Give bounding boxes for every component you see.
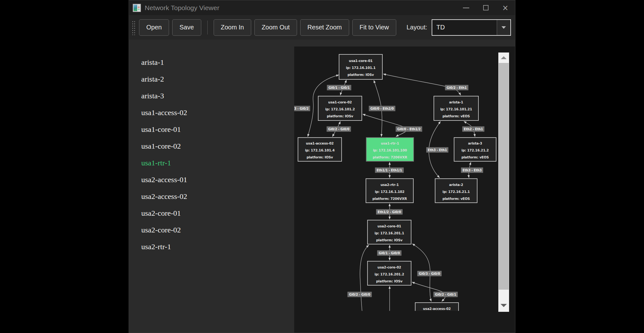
desktop-background: Network Topology Viewer × OpenSaveZoom I… (0, 0, 644, 333)
toolbar-buttons: OpenSaveZoom InZoom OutReset ZoomFit to … (139, 19, 396, 36)
triangle-up-icon (501, 56, 507, 59)
edge-label: Eth3 - Eth1 (426, 147, 448, 153)
node-platform: platform: IOSv (339, 71, 382, 78)
device-list-item-arista-2[interactable]: arista-2 (141, 71, 294, 88)
node-name: usa2-rtr-1 (366, 181, 413, 188)
edge-label: Gi0/2 - Eth1 (445, 85, 468, 90)
node-ip: ip: 172.16.201.1 (368, 230, 411, 237)
node-platform: platform: vEOS (435, 195, 477, 202)
scroll-down-button[interactable] (498, 299, 509, 312)
chevron-down-icon (501, 26, 506, 29)
close-button[interactable]: × (495, 0, 515, 15)
node-name: usa1-core-02 (319, 99, 361, 106)
device-sidebar: arista-1arista-2arista-3usa1-access-02us… (129, 40, 294, 333)
toolbar-grip-handle[interactable] (131, 20, 135, 35)
device-list: arista-1arista-2arista-3usa1-access-02us… (129, 40, 294, 255)
node-platform: platform: vEOS (454, 154, 496, 161)
edge-label: Gi0/3 - Gi0/2 (294, 106, 310, 111)
edge-label: Gi0/1 - Gi0/0 (377, 250, 402, 256)
triangle-down-icon (501, 304, 507, 307)
device-list-item-usa1-rtr-1[interactable]: usa1-rtr-1 (141, 155, 294, 171)
topology-node-usa2-rtr-1[interactable]: usa2-rtr-1ip: 172.16.1.102platform: 7206… (366, 178, 414, 203)
device-list-item-arista-1[interactable]: arista-1 (141, 54, 294, 71)
edge-label: Gi0/2 - Gi0/0 (327, 126, 351, 132)
device-list-item-usa1-access-02[interactable]: usa1-access-02 (141, 104, 294, 121)
node-ip: ip: 172.16.201.2 (368, 271, 411, 278)
device-list-item-usa2-access-02[interactable]: usa2-access-02 (141, 188, 294, 205)
node-platform: platform: IOSv (368, 237, 411, 244)
node-ip: ip: 172.16.101.21 (434, 106, 478, 113)
edge-label: Gi0/1 - Gi0/1 (327, 85, 351, 90)
topology-node-usa2-core-01[interactable]: usa2-core-01ip: 172.16.201.1platform: IO… (367, 220, 411, 244)
reset-zoom-button[interactable]: Reset Zoom (300, 19, 349, 36)
toolbar: OpenSaveZoom InZoom OutReset ZoomFit to … (129, 15, 515, 40)
close-icon: × (502, 4, 508, 12)
node-platform: platform: 7206VXR (367, 154, 413, 161)
device-list-item-usa2-core-02[interactable]: usa2-core-02 (141, 222, 294, 238)
node-name: arista-3 (454, 140, 496, 147)
topology-node-usa1-access-02[interactable]: usa1-access-02ip: 172.16.101.4platform: … (298, 137, 342, 162)
device-list-item-usa2-core-01[interactable]: usa2-core-01 (141, 205, 294, 222)
vertical-scrollbar[interactable] (498, 52, 509, 312)
topology-node-arista-1[interactable]: arista-1ip: 172.16.101.21platform: vEOS (434, 96, 479, 121)
device-list-item-usa2-access-01[interactable]: usa2-access-01 (141, 171, 294, 188)
topology-node-arista-3[interactable]: arista-3ip: 172.16.21.2platform: vEOS (454, 137, 496, 162)
node-platform: platform: IOSv (298, 154, 341, 161)
node-name: usa2-access-02 (416, 305, 458, 311)
topology-node-usa1-core-02[interactable]: usa1-core-02ip: 172.16.101.2platform: IO… (318, 96, 362, 121)
scrollbar-thumb[interactable] (499, 63, 509, 290)
layout-label: Layout: (406, 24, 427, 31)
minimize-button[interactable] (456, 0, 476, 15)
save-button[interactable]: Save (172, 19, 201, 36)
edge-label: Eth3 - Eth3 (461, 168, 483, 173)
node-platform: platform: IOSv (368, 278, 411, 285)
node-name: usa1-rtr-1 (367, 140, 413, 147)
device-list-item-usa2-rtr-1[interactable]: usa2-rtr-1 (141, 238, 294, 255)
device-list-item-usa1-core-01[interactable]: usa1-core-01 (141, 121, 294, 138)
node-ip: ip: 172.16.21.1 (435, 188, 477, 195)
node-name: usa1-access-02 (298, 140, 341, 147)
topology-node-usa2-core-02[interactable]: usa2-core-02ip: 172.16.201.2platform: IO… (367, 261, 411, 286)
scroll-up-button[interactable] (498, 52, 509, 63)
node-name: usa2-core-01 (368, 223, 411, 230)
node-platform: platform: 7206VXR (366, 195, 413, 202)
edge-label: Gi0/0 - Eth2/0 (369, 106, 395, 111)
edge-label: Eth1/1 - Eth1/1 (375, 168, 404, 173)
main-content: arista-1arista-2arista-3usa1-access-02us… (129, 40, 515, 333)
node-ip: ip: 172.16.101.2 (319, 106, 361, 113)
layout-dropdown-arrow-button[interactable] (497, 20, 510, 35)
title-bar[interactable]: Network Topology Viewer × (129, 0, 515, 15)
open-button[interactable]: Open (139, 19, 169, 36)
maximize-button[interactable] (476, 0, 495, 15)
edge-label: Gi0/3 - Gi0/0 (417, 271, 442, 276)
layout-dropdown-value: TD (436, 24, 445, 31)
zoom-in-button[interactable]: Zoom In (214, 19, 251, 36)
zoom-out-button[interactable]: Zoom Out (254, 19, 297, 36)
topology-viewport[interactable]: usa1-core-01ip: 172.16.101.1platform: IO… (294, 46, 515, 311)
edge-link (383, 74, 461, 95)
app-icon-map-thumbnail (134, 5, 137, 11)
node-name: arista-1 (434, 99, 478, 106)
node-platform: platform: IOSv (319, 113, 361, 120)
node-name: arista-2 (435, 181, 477, 188)
layout-dropdown[interactable]: TD (432, 19, 511, 36)
edge-label: Gi0/0 - Eth1/2 (396, 126, 422, 132)
device-list-item-arista-3[interactable]: arista-3 (141, 88, 294, 104)
topology-node-arista-2[interactable]: arista-2ip: 172.16.21.1platform: vEOS (435, 178, 477, 203)
node-ip: ip: 172.16.101.4 (298, 147, 341, 154)
edge-label: Eth2 - Eth1 (462, 126, 484, 132)
minimize-icon (463, 8, 469, 8)
fit-to-view-button[interactable]: Fit to View (352, 19, 396, 36)
node-platform: platform: vEOS (434, 113, 478, 120)
topology-node-usa1-rtr-1[interactable]: usa1-rtr-1ip: 172.16.101.100platform: 72… (366, 137, 414, 162)
topology-canvas[interactable]: usa1-core-01ip: 172.16.101.1platform: IO… (294, 46, 515, 333)
app-icon (133, 4, 141, 12)
edge-label: Gi0/2 - Gi0/1 (434, 292, 458, 297)
node-ip: ip: 172.16.1.102 (366, 188, 413, 195)
node-name: usa1-core-01 (339, 57, 382, 64)
toolbar-separator (207, 21, 208, 34)
device-list-item-usa1-core-02[interactable]: usa1-core-02 (141, 138, 294, 155)
topology-node-usa2-access-02[interactable]: usa2-access-02 (415, 302, 459, 311)
topology-node-usa1-core-01[interactable]: usa1-core-01ip: 172.16.101.1platform: IO… (339, 54, 383, 80)
app-window: Network Topology Viewer × OpenSaveZoom I… (129, 0, 515, 333)
